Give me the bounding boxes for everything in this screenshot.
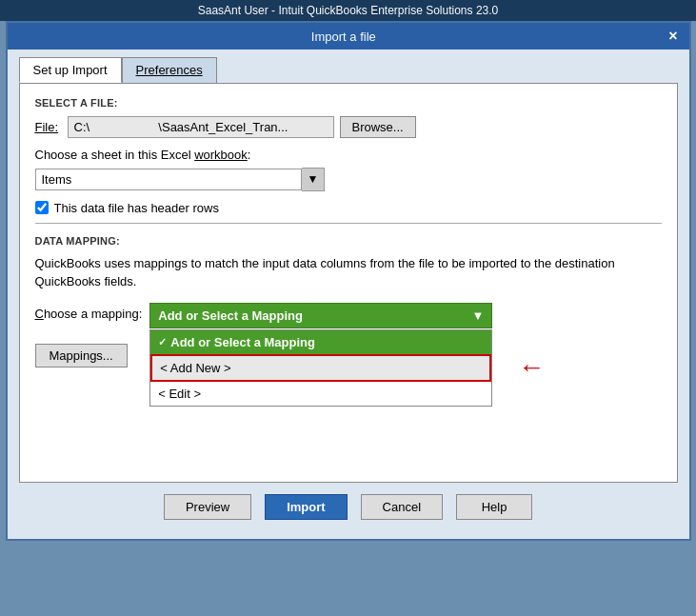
mapping-dropdown-arrow-icon: ▼ <box>471 308 484 323</box>
file-row: File: Browse... <box>35 116 662 138</box>
mapping-dropdown-container: Add or Select a Mapping ▼ ✓ Add or Selec… <box>149 303 492 328</box>
data-mapping-section: DATA MAPPING: QuickBooks uses mappings t… <box>35 235 662 368</box>
preview-button[interactable]: Preview <box>164 494 251 520</box>
file-label: File: <box>35 120 62 134</box>
choose-mapping-row: Choose a mapping: Add or Select a Mappin… <box>35 303 662 328</box>
dialog-title: Import a file <box>19 30 669 44</box>
arrow-indicator: ← <box>518 352 545 383</box>
dropdown-item-add-new[interactable]: < Add New > <box>150 354 491 382</box>
mappings-button[interactable]: Mappings... <box>35 344 128 368</box>
tab-setup[interactable]: Set up Import <box>19 57 122 83</box>
tab-content: SELECT A FILE: File: Browse... Choose a … <box>19 83 678 483</box>
select-file-label: SELECT A FILE: <box>35 97 662 109</box>
red-arrow-icon: ← <box>518 352 545 383</box>
dropdown-item-select[interactable]: ✓ Add or Select a Mapping <box>150 330 491 354</box>
header-rows-label: This data file has header rows <box>54 201 219 215</box>
data-mapping-label: DATA MAPPING: <box>35 235 662 247</box>
tab-preferences[interactable]: Preferences <box>122 57 217 83</box>
file-input[interactable] <box>68 116 334 138</box>
sheet-dropdown-row: Items ▼ <box>35 168 662 191</box>
close-button[interactable]: × <box>668 29 677 44</box>
import-dialog: Import a file × Set up Import Preference… <box>6 21 691 541</box>
dialog-footer: Preview Import Cancel Help <box>19 483 678 527</box>
app-title-bar: SaasAnt User - Intuit QuickBooks Enterpr… <box>0 0 696 21</box>
app-title: SaasAnt User - Intuit QuickBooks Enterpr… <box>198 4 499 17</box>
checkmark-icon: ✓ <box>158 336 167 348</box>
browse-button[interactable]: Browse... <box>340 116 416 138</box>
sheet-label: Choose a sheet in this Excel workbook: <box>35 148 662 162</box>
sheet-dropdown-arrow[interactable]: ▼ <box>302 168 326 191</box>
import-button[interactable]: Import <box>265 494 347 520</box>
mapping-dropdown-menu: ✓ Add or Select a Mapping < Add New > < … <box>149 329 492 407</box>
dialog-title-bar: Import a file × <box>8 23 689 50</box>
sheet-select[interactable]: Items <box>35 169 302 190</box>
mapping-description: QuickBooks uses mappings to match the in… <box>35 254 662 291</box>
tab-bar: Set up Import Preferences <box>19 57 678 83</box>
dialog-body: Set up Import Preferences SELECT A FILE:… <box>8 50 689 539</box>
header-rows-checkbox[interactable] <box>35 201 49 214</box>
mapping-dropdown-button[interactable]: Add or Select a Mapping ▼ <box>149 303 492 328</box>
dropdown-item-edit[interactable]: < Edit > <box>150 382 491 406</box>
header-rows-row: This data file has header rows <box>35 201 662 215</box>
help-button[interactable]: Help <box>456 494 532 520</box>
choose-mapping-label: Choose a mapping: <box>35 303 143 321</box>
cancel-button[interactable]: Cancel <box>361 494 443 520</box>
mapping-selected-label: Add or Select a Mapping <box>158 308 303 323</box>
